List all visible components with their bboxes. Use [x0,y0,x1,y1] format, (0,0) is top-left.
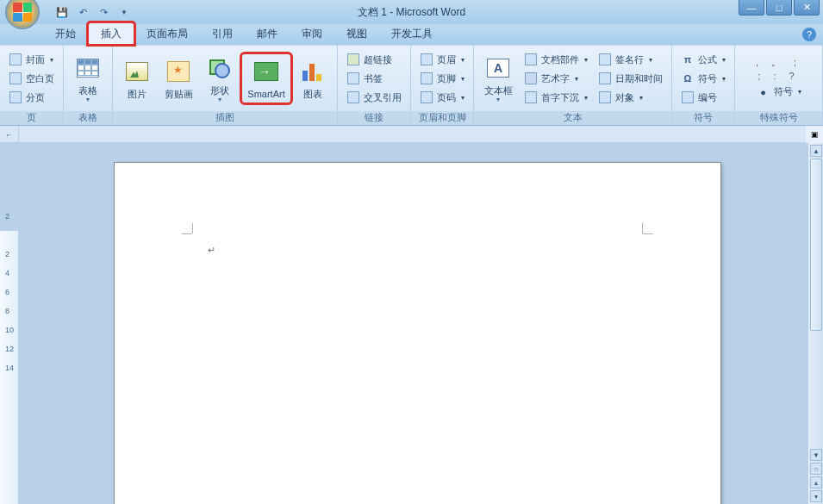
picture-icon [123,58,151,85]
prev-page-icon[interactable]: ▴ [810,476,822,488]
object-button[interactable]: 对象▾ [595,88,666,107]
group-symbols: π公式▾ Ω符号▾ 编号 符号 [672,46,735,125]
picture-button[interactable]: 图片 [118,54,156,103]
scroll-up-icon[interactable]: ▲ [810,145,822,157]
tab-page-layout[interactable]: 页面布局 [134,23,200,45]
hyperlink-icon [346,53,360,66]
clipart-button[interactable]: 剪贴画 [159,54,197,103]
titlebar: 💾 ↶ ↷ ▼ 文档 1 - Microsoft Word — □ ✕ [0,0,823,24]
smartart-label: SmartArt [247,89,284,99]
smartart-button[interactable]: SmartArt [242,54,290,103]
shapes-button[interactable]: 形状 ▾ [201,51,239,107]
tab-home[interactable]: 开始 [43,23,88,45]
datetime-button[interactable]: 日期和时间 [595,69,666,88]
symbol-icon: Ω [681,72,695,85]
chevron-down-icon: ▾ [722,56,726,64]
chart-button[interactable]: 图表 [294,54,332,103]
vertical-ruler[interactable]: 22468101214 [0,143,19,504]
browse-object-icon[interactable]: ○ [810,463,822,475]
pagenum-label: 页码 [437,91,456,104]
wordart-button[interactable]: 艺术字▾ [521,69,591,88]
document-area: 22468101214 ↵ ▲ ▼ ○ ▴ ▾ [0,143,823,504]
symbol-button[interactable]: Ω符号▾ [677,69,729,88]
maximize-button[interactable]: □ [766,0,792,16]
pagenum-button[interactable]: 页码▾ [416,88,468,107]
table-icon [74,54,102,82]
group-pages: 封面▾ 空白页 分页 页 [0,46,64,125]
chevron-down-icon: ▾ [584,56,588,64]
ruler-toggle-icon[interactable]: ▣ [806,126,823,143]
table-button[interactable]: 表格 ▾ [69,51,107,107]
next-page-icon[interactable]: ▾ [810,490,822,502]
special-symbol-icon: ● [757,85,770,99]
dropcap-button[interactable]: 首字下沉▾ [521,88,591,107]
hyperlink-label: 超链接 [364,53,392,66]
blank-page-label: 空白页 [26,72,54,85]
datetime-icon [598,72,612,85]
shapes-label: 形状 [210,85,229,96]
vruler-number: 2 [5,212,9,221]
group-illustrations-label: 插图 [113,111,337,125]
undo-icon[interactable]: ↶ [74,3,91,21]
close-button[interactable]: ✕ [794,0,820,16]
sigline-icon [598,53,612,66]
number-label: 编号 [698,91,717,104]
special-symbol-button[interactable]: ●符号▾ [753,83,805,102]
picture-label: 图片 [128,89,147,99]
blank-page-button[interactable]: 空白页 [5,69,58,88]
crossref-button[interactable]: 交叉引用 [343,88,405,107]
sigline-button[interactable]: 签名行▾ [595,50,666,69]
chevron-down-icon: ▾ [461,75,464,83]
minimize-button[interactable]: — [739,0,764,16]
scroll-thumb[interactable] [810,159,822,331]
cover-page-button[interactable]: 封面▾ [5,50,58,69]
textbox-button[interactable]: 文本框 ▾ [479,51,517,107]
save-icon[interactable]: 💾 [53,3,71,21]
tab-view[interactable]: 视图 [334,23,379,45]
footer-button[interactable]: 页脚▾ [416,69,468,88]
number-button[interactable]: 编号 [677,88,729,107]
vruler-number: 10 [5,326,14,334]
table-label: 表格 [78,85,97,96]
crossref-icon [346,90,360,104]
vertical-scrollbar[interactable]: ▲ ▼ ○ ▴ ▾ [807,143,823,504]
clipart-icon [165,58,192,85]
qat-dropdown-icon[interactable]: ▼ [115,3,133,21]
group-links-label: 链接 [338,111,410,125]
chevron-down-icon: ▾ [584,94,588,102]
ruler-corner: ⌐ [0,126,19,143]
chevron-down-icon: ▾ [722,75,726,83]
object-label: 对象 [615,91,634,104]
header-icon [420,53,433,66]
quickparts-button[interactable]: 文档部件▾ [521,50,591,69]
group-symbols-label: 符号 [672,111,734,125]
tab-developer[interactable]: 开发工具 [379,23,445,45]
cover-page-label: 封面 [26,53,45,66]
wordart-label: 艺术字 [541,72,570,85]
tab-references[interactable]: 引用 [200,23,245,45]
equation-label: 公式 [698,53,717,66]
bookmark-button[interactable]: 书签 [343,69,405,88]
group-header-footer: 页眉▾ 页脚▾ 页码▾ 页眉和页脚 [411,46,474,125]
group-tables-label: 表格 [64,111,112,125]
equation-button[interactable]: π公式▾ [677,50,729,69]
margin-mark-icon [182,233,192,234]
scroll-down-icon[interactable]: ▼ [810,449,822,461]
special-symbol-label: 符号 [774,85,793,98]
header-button[interactable]: 页眉▾ [416,50,468,69]
help-icon[interactable]: ? [802,28,816,41]
page-viewport[interactable]: ↵ [19,143,807,504]
chart-icon [299,58,327,85]
tab-mailings[interactable]: 邮件 [245,23,290,45]
tab-insert[interactable]: 插入 [88,22,134,45]
symbol-label: 符号 [698,72,717,85]
redo-icon[interactable]: ↷ [95,3,112,21]
ribbon-tabs: 开始 插入 页面布局 引用 邮件 审阅 视图 开发工具 ? [0,24,823,45]
ribbon: 封面▾ 空白页 分页 页 表格 ▾ 表格 图片 剪贴画 [0,45,823,126]
page-break-button[interactable]: 分页 [5,88,58,107]
hyperlink-button[interactable]: 超链接 [343,50,405,69]
document-page[interactable]: ↵ [114,162,721,504]
quickparts-label: 文档部件 [541,53,579,66]
vruler-number: 8 [5,307,9,315]
tab-review[interactable]: 审阅 [290,23,334,45]
